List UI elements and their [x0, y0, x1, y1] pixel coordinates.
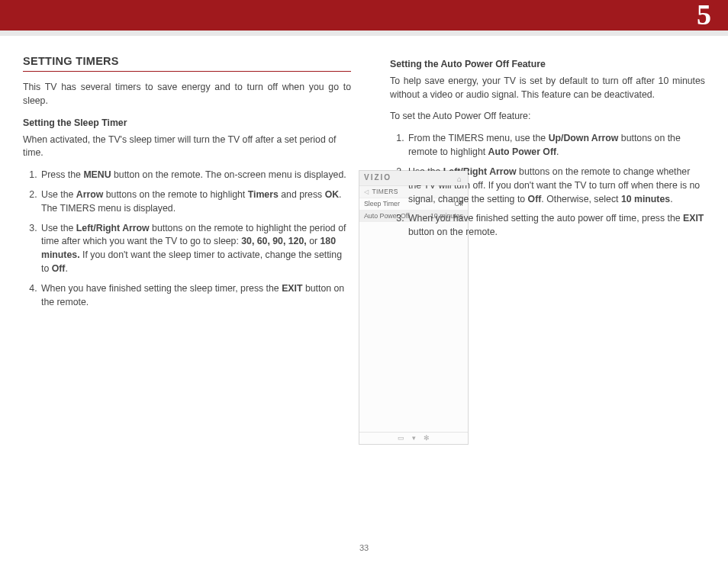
- chapter-band: 5: [0, 0, 728, 31]
- back-icon: ◁: [364, 188, 369, 197]
- step-3: When you have finished setting the auto …: [407, 212, 705, 240]
- step-1: From the TIMERS menu, use the Up/Down Ar…: [407, 132, 705, 159]
- sleep-timer-subhead: Setting the Sleep Timer: [23, 117, 351, 130]
- chapter-number: 5: [697, 0, 711, 31]
- left-column: SETTING TIMERS This TV has several timer…: [23, 53, 364, 540]
- osd-brand: VIZIO: [364, 172, 391, 184]
- divider: [0, 31, 728, 36]
- autopower-steps: From the TIMERS menu, use the Up/Down Ar…: [390, 132, 705, 240]
- osd-header: VIZIO ⌂: [359, 171, 468, 185]
- sleep-timer-steps: Press the MENU button on the remote. The…: [23, 169, 351, 309]
- heading-rule: [23, 71, 351, 72]
- step-1: Press the MENU button on the remote. The…: [40, 169, 351, 182]
- right-column: Setting the Auto Power Off Feature To he…: [390, 53, 705, 540]
- autopower-subhead: Setting the Auto Power Off Feature: [390, 58, 705, 72]
- step-2: Use the Arrow buttons on the remote to h…: [40, 188, 351, 216]
- section-heading: SETTING TIMERS: [23, 53, 351, 69]
- home-icon: ⌂: [457, 174, 463, 185]
- sleep-timer-intro: When activated, the TV's sleep timer wil…: [23, 134, 351, 161]
- autopower-lead: To set the Auto Power Off feature:: [390, 110, 705, 124]
- step-3: Use the Left/Right Arrow buttons on the …: [40, 222, 351, 276]
- autopower-intro: To help save energy, your TV is set by d…: [390, 75, 705, 102]
- page-number: 33: [0, 543, 728, 552]
- step-4: When you have finished setting the sleep…: [40, 282, 351, 310]
- page-body: SETTING TIMERS This TV has several timer…: [23, 53, 705, 540]
- intro-text: This TV has several timers to save energ…: [23, 81, 351, 108]
